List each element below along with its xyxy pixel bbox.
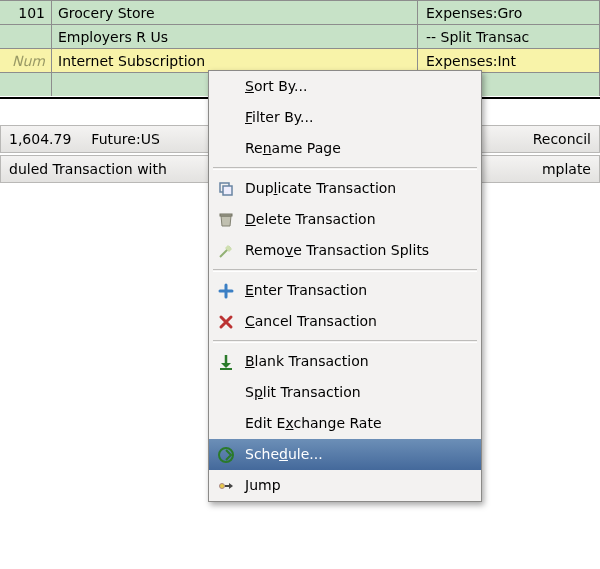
schedule-icon xyxy=(217,446,235,464)
plus-icon xyxy=(217,282,235,300)
svg-rect-1 xyxy=(223,186,232,195)
balance-value: 1,604.79 xyxy=(9,131,71,147)
row-acct[interactable]: Expenses:Gro xyxy=(418,1,600,24)
cancel-icon xyxy=(217,313,235,331)
menu-separator xyxy=(213,167,477,170)
tip-right: mplate xyxy=(542,161,591,177)
duplicate-icon xyxy=(217,180,235,198)
row-id: Num xyxy=(0,49,52,72)
menu-blank-transaction[interactable]: Blank Transaction xyxy=(209,346,481,377)
row-acct[interactable]: -- Split Transac xyxy=(418,25,600,48)
tip-text: duled Transaction with xyxy=(9,161,167,177)
menu-split-transaction[interactable]: Split Transaction xyxy=(209,377,481,408)
menu-delete-transaction[interactable]: Delete Transaction xyxy=(209,204,481,235)
row-desc[interactable]: Internet Subscription xyxy=(52,49,418,72)
table-row-selected[interactable]: Num Internet Subscription Expenses:Int xyxy=(0,48,600,72)
reconcile-label: Reconcil xyxy=(533,131,591,147)
row-id xyxy=(0,73,52,96)
svg-rect-2 xyxy=(220,214,232,216)
row-id: 101 xyxy=(0,1,52,24)
jump-icon xyxy=(217,477,235,495)
row-acct[interactable]: Expenses:Int xyxy=(418,49,600,72)
menu-separator xyxy=(213,269,477,272)
menu-separator xyxy=(213,340,477,343)
menu-remove-splits[interactable]: Remove Transaction Splits xyxy=(209,235,481,266)
menu-enter-transaction[interactable]: Enter Transaction xyxy=(209,275,481,306)
menu-cancel-transaction[interactable]: Cancel Transaction xyxy=(209,306,481,337)
table-row[interactable]: 101 Grocery Store Expenses:Gro xyxy=(0,0,600,24)
row-desc[interactable]: Employers R Us xyxy=(52,25,418,48)
menu-jump[interactable]: Jump xyxy=(209,470,481,501)
menu-rename-page[interactable]: Rename Page xyxy=(209,133,481,164)
svg-point-6 xyxy=(220,483,225,488)
arrow-down-icon xyxy=(217,353,235,371)
row-desc[interactable]: Grocery Store xyxy=(52,1,418,24)
broom-icon xyxy=(217,242,235,260)
table-row[interactable]: Employers R Us -- Split Transac xyxy=(0,24,600,48)
trash-icon xyxy=(217,211,235,229)
context-menu: Sort By... Filter By... Rename Page Dupl… xyxy=(208,70,482,502)
menu-schedule[interactable]: Schedule... xyxy=(209,439,481,470)
menu-filter-by[interactable]: Filter By... xyxy=(209,102,481,133)
menu-edit-exchange-rate[interactable]: Edit Exchange Rate xyxy=(209,408,481,439)
row-id xyxy=(0,25,52,48)
future-label: Future:US xyxy=(91,131,159,147)
menu-duplicate-transaction[interactable]: Duplicate Transaction xyxy=(209,173,481,204)
menu-sort-by[interactable]: Sort By... xyxy=(209,71,481,102)
